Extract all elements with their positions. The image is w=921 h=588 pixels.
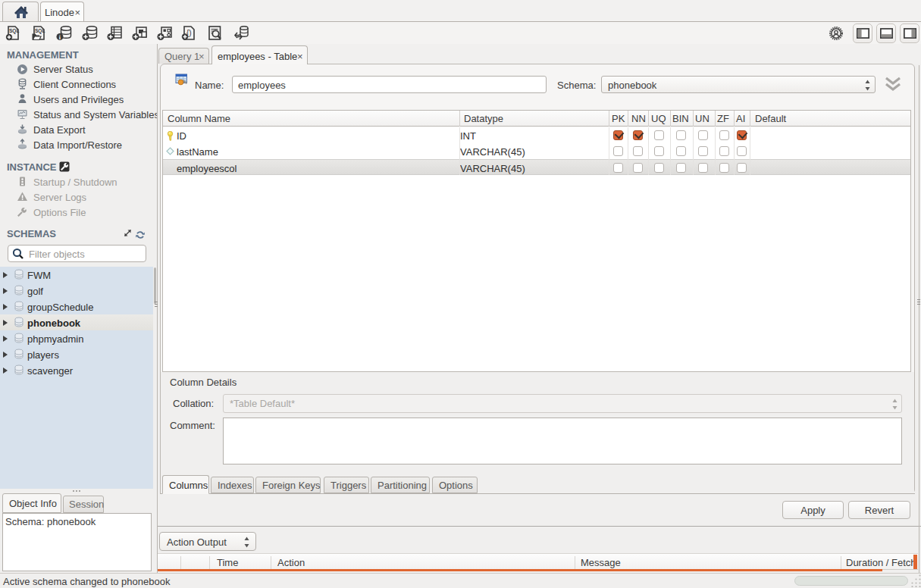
svg-text:SQL: SQL (35, 28, 45, 34)
svg-text:SQL: SQL (9, 28, 19, 34)
